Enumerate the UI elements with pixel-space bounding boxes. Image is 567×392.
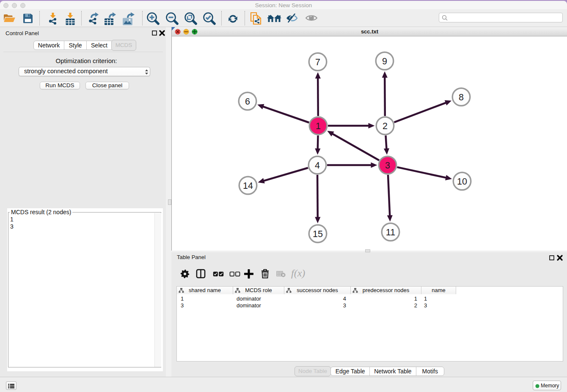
svg-text:11: 11: [386, 227, 395, 237]
svg-text:1: 1: [316, 121, 321, 131]
svg-text:8: 8: [459, 92, 464, 102]
svg-text:15: 15: [313, 229, 323, 239]
svg-text:9: 9: [382, 56, 387, 66]
svg-text:7: 7: [315, 57, 320, 67]
svg-text:6: 6: [245, 97, 250, 107]
svg-text:10: 10: [457, 177, 467, 187]
svg-text:3: 3: [385, 160, 390, 171]
svg-text:4: 4: [315, 160, 320, 171]
svg-text:14: 14: [243, 181, 253, 191]
svg-text:2: 2: [383, 121, 388, 131]
